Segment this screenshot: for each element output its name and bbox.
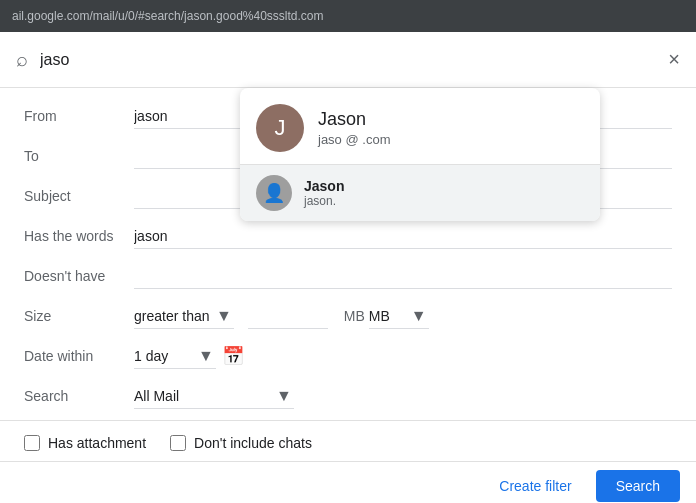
search-in-select-wrap: All Mail Inbox Sent Drafts Spam Trash ▼: [134, 384, 292, 409]
mb-select-wrap: MB KB Bytes ▼: [369, 304, 427, 329]
autocomplete-name: Jason: [318, 109, 390, 130]
autocomplete-email: jaso @ .com: [318, 132, 390, 147]
avatar-letter: J: [275, 115, 286, 141]
autocomplete-item-avatar: 👤: [256, 175, 292, 211]
person-icon: 👤: [263, 182, 285, 204]
subject-label: Subject: [24, 188, 134, 204]
has-words-input[interactable]: [134, 224, 672, 249]
dont-include-chats-label: Don't include chats: [194, 435, 312, 451]
doesnt-have-row: Doesn't have: [0, 256, 696, 296]
has-attachment-checkbox-item[interactable]: Has attachment: [24, 435, 146, 451]
search-bar-row: ⌕ × J Jason jaso @ .com 👤 Jason: [0, 32, 696, 88]
search-button[interactable]: Search: [596, 470, 680, 502]
search-icon: ⌕: [16, 48, 28, 71]
checkbox-row: Has attachment Don't include chats: [0, 425, 696, 461]
date-row: Date within 1 day 3 days 1 week 2 weeks …: [0, 336, 696, 376]
create-filter-button[interactable]: Create filter: [487, 470, 583, 502]
search-in-row: Search All Mail Inbox Sent Drafts Spam T…: [0, 376, 696, 416]
to-label: To: [24, 148, 134, 164]
close-icon[interactable]: ×: [668, 48, 680, 71]
size-comparison-select[interactable]: greater than less than equal to: [134, 304, 234, 329]
size-unit-select[interactable]: MB KB Bytes: [369, 304, 429, 329]
date-label: Date within: [24, 348, 134, 364]
autocomplete-avatar: J: [256, 104, 304, 152]
size-value-input[interactable]: [248, 304, 328, 329]
address-bar: ail.google.com/mail/u/0/#search/jason.go…: [0, 0, 696, 32]
url-text: ail.google.com/mail/u/0/#search/jason.go…: [12, 9, 324, 23]
search-in-label: Search: [24, 388, 134, 404]
autocomplete-popup: J Jason jaso @ .com 👤 Jason jason.: [240, 88, 600, 221]
doesnt-have-label: Doesn't have: [24, 268, 134, 284]
from-label: From: [24, 108, 134, 124]
size-label: Size: [24, 308, 134, 324]
mb-label: MB: [344, 308, 365, 324]
doesnt-have-input[interactable]: [134, 264, 672, 289]
has-words-label: Has the words: [24, 228, 134, 244]
size-select-wrap: greater than less than equal to ▼: [134, 304, 232, 329]
autocomplete-item-name: Jason: [304, 178, 344, 194]
has-attachment-checkbox[interactable]: [24, 435, 40, 451]
autocomplete-info: Jason jaso @ .com: [318, 109, 390, 147]
autocomplete-item-email: jason.: [304, 194, 344, 208]
has-attachment-label: Has attachment: [48, 435, 146, 451]
autocomplete-item[interactable]: 👤 Jason jason.: [240, 165, 600, 221]
has-words-row: Has the words: [0, 216, 696, 256]
divider: [0, 420, 696, 421]
action-row: Create filter Search: [0, 461, 696, 503]
size-row: Size greater than less than equal to ▼ M…: [0, 296, 696, 336]
date-select[interactable]: 1 day 3 days 1 week 2 weeks 1 month 6 mo…: [134, 344, 216, 369]
search-input[interactable]: [40, 51, 668, 69]
dont-include-chats-checkbox[interactable]: [170, 435, 186, 451]
search-in-select[interactable]: All Mail Inbox Sent Drafts Spam Trash: [134, 384, 294, 409]
date-select-wrap: 1 day 3 days 1 week 2 weeks 1 month 6 mo…: [134, 344, 214, 369]
autocomplete-header: J Jason jaso @ .com: [240, 88, 600, 165]
dont-include-chats-checkbox-item[interactable]: Don't include chats: [170, 435, 312, 451]
calendar-icon[interactable]: 📅: [222, 345, 244, 367]
autocomplete-item-info: Jason jason.: [304, 178, 344, 208]
